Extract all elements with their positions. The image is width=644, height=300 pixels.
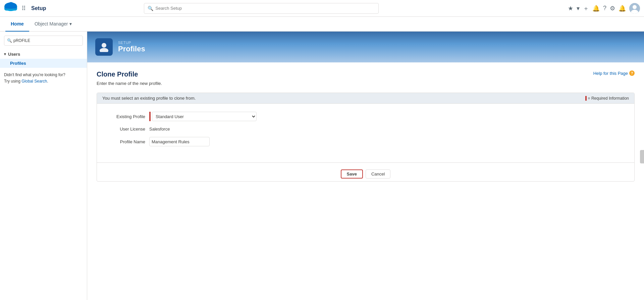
svg-point-13 xyxy=(12,3,15,6)
chevron-down-icon: ▾ xyxy=(69,21,72,27)
save-button[interactable]: Save xyxy=(341,169,363,179)
cancel-button[interactable]: Cancel xyxy=(366,169,390,179)
avatar[interactable] xyxy=(629,3,640,14)
clone-subtitle: Enter the name of the new profile. xyxy=(97,81,162,86)
top-nav-right: ★ ▾ ＋ 🔔 ? ⚙ 🔔 xyxy=(568,3,640,14)
svg-point-19 xyxy=(100,48,108,52)
user-license-row: User License Salesforce xyxy=(102,127,629,132)
favorites-dropdown-icon[interactable]: ▾ xyxy=(577,5,580,12)
svg-rect-14 xyxy=(5,6,17,9)
required-label: = Required Information xyxy=(588,96,629,101)
page-header: SETUP Profiles xyxy=(87,32,644,62)
setup-label: Setup xyxy=(31,5,46,11)
global-search-link[interactable]: Global Search xyxy=(21,79,47,84)
sidebar-search-icon: 🔍 xyxy=(7,38,12,43)
sidebar-search-container: 🔍 xyxy=(4,36,83,46)
form-panel: You must select an existing profile to c… xyxy=(97,93,635,182)
secondary-nav: Home Object Manager ▾ xyxy=(0,17,644,32)
bell-icon[interactable]: 🔔 xyxy=(619,5,626,12)
tab-object-manager[interactable]: Object Manager ▾ xyxy=(29,17,77,32)
svg-point-16 xyxy=(633,5,637,9)
settings-icon[interactable]: ⚙ xyxy=(610,5,615,12)
clone-title: Clone Profile xyxy=(97,70,162,78)
user-license-value: Salesforce xyxy=(149,127,170,132)
scrollbar-indicator[interactable] xyxy=(640,150,644,163)
main-layout: 🔍 ▾ Users Profiles Didn't find what you'… xyxy=(0,32,644,300)
help-link[interactable]: Help for this Page xyxy=(593,71,628,76)
profile-name-field xyxy=(149,137,257,146)
salesforce-logo[interactable] xyxy=(4,2,17,15)
sidebar-section-label: Users xyxy=(8,52,20,57)
tab-home[interactable]: Home xyxy=(5,17,29,32)
setup-breadcrumb: SETUP xyxy=(118,41,145,45)
sidebar-section-users[interactable]: ▾ Users xyxy=(0,50,87,59)
existing-profile-row: Existing Profile Standard User System Ad… xyxy=(102,112,629,121)
existing-profile-label: Existing Profile xyxy=(102,114,149,119)
inner-content: Clone Profile Enter the name of the new … xyxy=(87,62,644,300)
profile-name-row: Profile Name xyxy=(102,137,629,146)
existing-profile-field: Standard User System Administrator Read … xyxy=(149,112,257,121)
required-indicator-icon xyxy=(149,112,151,121)
sidebar-search-input[interactable] xyxy=(13,38,80,43)
add-icon[interactable]: ＋ xyxy=(583,4,589,12)
svg-point-18 xyxy=(102,43,106,48)
profile-name-input[interactable] xyxy=(149,137,210,146)
sidebar-item-profiles[interactable]: Profiles xyxy=(0,59,87,68)
button-row: Save Cancel xyxy=(97,162,634,181)
help-circle-icon: ? xyxy=(629,70,635,76)
help-icon[interactable]: ? xyxy=(603,5,606,12)
content-area: SETUP Profiles Clone Profile Enter the n… xyxy=(87,32,644,300)
search-input[interactable] xyxy=(155,6,375,11)
notifications-icon[interactable]: 🔔 xyxy=(592,5,600,12)
profile-name-label: Profile Name xyxy=(102,139,149,144)
form-panel-header: You must select an existing profile to c… xyxy=(97,93,634,104)
page-header-text: SETUP Profiles xyxy=(118,41,145,53)
required-bar-icon xyxy=(585,96,587,101)
user-license-label: User License xyxy=(102,127,149,132)
grid-icon[interactable]: ⠿ xyxy=(21,5,26,12)
search-bar: 🔍 xyxy=(144,3,379,14)
page-header-icon xyxy=(95,38,113,56)
existing-profile-select[interactable]: Standard User System Administrator Read … xyxy=(152,112,257,121)
sidebar-footer: Didn't find what you're looking for? Try… xyxy=(0,68,87,89)
top-nav: ⠿ Setup 🔍 ★ ▾ ＋ 🔔 ? ⚙ 🔔 xyxy=(0,0,644,17)
help-link-row: Help for this Page ? xyxy=(593,70,635,76)
favorites-icon[interactable]: ★ xyxy=(568,5,573,12)
sidebar: 🔍 ▾ Users Profiles Didn't find what you'… xyxy=(0,32,87,300)
form-body: Existing Profile Standard User System Ad… xyxy=(97,104,634,160)
user-license-field: Salesforce xyxy=(149,127,257,132)
search-icon: 🔍 xyxy=(148,6,153,11)
form-panel-header-text: You must select an existing profile to c… xyxy=(102,96,196,101)
page-title: Profiles xyxy=(118,45,145,53)
required-note: = Required Information xyxy=(585,96,629,101)
chevron-icon: ▾ xyxy=(4,52,6,56)
